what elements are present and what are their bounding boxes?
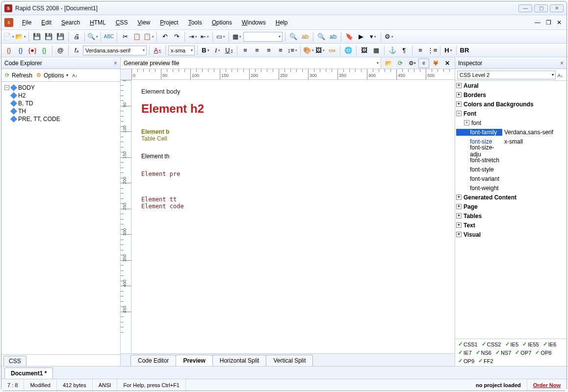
bookmark-next-button[interactable]: ▶ (356, 31, 366, 42)
document-tab[interactable]: Document1 * (4, 368, 53, 379)
br-button[interactable]: BR (459, 45, 470, 56)
inspector-close[interactable]: × (560, 60, 564, 67)
menu-view[interactable]: View (132, 17, 155, 28)
property-tree[interactable]: +Aural +Borders +Colors and Backgrounds … (455, 81, 567, 339)
prop-font-variant[interactable]: font-variant (455, 174, 567, 183)
cat-page[interactable]: +Page (455, 202, 567, 211)
firefox-button[interactable]: 🦊 (430, 58, 441, 68)
tree-item[interactable]: B, TD (3, 99, 118, 107)
cat-borders[interactable]: +Borders (455, 90, 567, 99)
special-char-button[interactable]: ¶ (399, 45, 410, 56)
brace-2-icon[interactable]: {} (15, 45, 26, 56)
menu-html[interactable]: HTML (85, 17, 111, 28)
open-folder-button[interactable]: 📂 (383, 58, 394, 68)
prop-font-size-adjust[interactable]: font-size-adju (455, 146, 567, 155)
font-family-combo[interactable]: Verdana,sans-serif (83, 46, 147, 55)
table-button[interactable]: ▦ (371, 45, 382, 56)
cat-generated-content[interactable]: +Generated Content (455, 193, 567, 202)
indent-button[interactable]: ⇥ (187, 31, 198, 42)
bold-button[interactable]: B (200, 45, 211, 56)
outdent-button[interactable]: ⇤ (199, 31, 210, 42)
element-tree[interactable]: −BODYH2B, TDTHPRE, TT, CODE (1, 82, 120, 354)
paste-button[interactable]: 📋 (143, 31, 154, 42)
menu-search[interactable]: Search (56, 17, 85, 28)
prop-font-family[interactable]: font-familyVerdana,sans-serif (455, 127, 567, 137)
save-all-button[interactable]: 💾 (43, 31, 54, 42)
prop-font-style[interactable]: font-style (455, 165, 567, 174)
underline-button[interactable]: U (224, 45, 234, 56)
mdi-restore[interactable]: ❐ (544, 19, 553, 26)
panels-combo[interactable] (243, 32, 283, 42)
view-tab-horizontal-split[interactable]: Horizontal Split (212, 355, 267, 366)
cat-aural[interactable]: +Aural (455, 81, 567, 90)
menu-tools[interactable]: Tools (183, 17, 207, 28)
prop-font-stretch[interactable]: font-stretch (455, 155, 567, 165)
ie-button[interactable]: e (418, 58, 429, 68)
menu-options[interactable]: Options (207, 17, 237, 28)
preview-file-combo[interactable]: Generate preview file (121, 57, 381, 69)
unordered-list-button[interactable]: ⋮≡ (427, 45, 438, 56)
refresh-button[interactable]: ⟳Refresh (3, 72, 32, 79)
align-right-button[interactable]: ≡ (263, 45, 274, 56)
save-button[interactable]: 💾 (31, 31, 42, 42)
save-as-button[interactable]: 💾 (55, 31, 66, 42)
mdi-close[interactable]: ✕ (555, 19, 564, 26)
close-preview-button[interactable]: ✕ (442, 58, 453, 68)
line-height-button[interactable]: ↕≡ (287, 45, 298, 56)
tree-item[interactable]: PRE, TT, CODE (3, 115, 118, 123)
find-files-button[interactable]: ab (328, 31, 338, 42)
menu-edit[interactable]: Edit (36, 17, 56, 28)
bookmark-menu-button[interactable]: ▾ (367, 31, 378, 42)
spellcheck-button[interactable]: ABC (103, 31, 114, 42)
anchor-button[interactable]: ⚓ (387, 45, 398, 56)
menu-project[interactable]: Project (155, 17, 183, 28)
new-file-button[interactable]: 📄 (3, 31, 14, 42)
code-explorer-close[interactable]: × (114, 60, 117, 67)
settings-button[interactable]: ⚙ (384, 31, 394, 42)
css-validate-button[interactable]: css (327, 45, 337, 56)
inspector-sort-button[interactable]: A↓ (556, 72, 565, 78)
cat-font[interactable]: −Font (455, 109, 567, 118)
print-button[interactable]: 🖨 (71, 31, 82, 42)
view-tab-vertical-split[interactable]: Vertical Split (266, 355, 313, 366)
ordered-list-button[interactable]: ≡ (415, 45, 426, 56)
maximize-button[interactable]: ▢ (534, 4, 548, 12)
css-tab[interactable]: CSS (3, 356, 26, 366)
image-button[interactable]: 🖼 (315, 45, 326, 56)
brace-3-icon[interactable]: {●} (27, 45, 38, 56)
brace-1-icon[interactable]: {} (3, 45, 14, 56)
cat-colors[interactable]: +Colors and Backgrounds (455, 99, 567, 109)
open-file-button[interactable]: 📂 (15, 31, 26, 42)
order-now-link[interactable]: Order Now (527, 382, 567, 388)
align-center-button[interactable]: ≡ (252, 45, 262, 56)
minimize-button[interactable]: — (518, 4, 532, 12)
image-insert-button[interactable]: 🖼 (359, 45, 370, 56)
copy-button[interactable]: 📋 (131, 31, 142, 42)
tree-item[interactable]: TH (3, 107, 118, 115)
view-tab-code-editor[interactable]: Code Editor (130, 355, 176, 366)
tree-item[interactable]: H2 (3, 92, 118, 99)
font-size-combo[interactable]: x-sma (168, 46, 195, 55)
heading-button[interactable]: H (443, 45, 454, 56)
preview-browser-button[interactable]: 🔍 (87, 31, 98, 42)
preview-settings-button[interactable]: ⚙▾ (407, 58, 417, 68)
cat-tables[interactable]: +Tables (455, 211, 567, 220)
view-tab-preview[interactable]: Preview (176, 355, 212, 366)
menu-help[interactable]: Help (271, 17, 293, 28)
align-left-button[interactable]: ≡ (240, 45, 251, 56)
menu-windows[interactable]: Windows (237, 17, 271, 28)
align-justify-button[interactable]: ≡ (275, 45, 286, 56)
at-icon[interactable]: @ (55, 45, 66, 56)
font-color-button[interactable]: A (152, 45, 163, 56)
find-prev-button[interactable]: ab (300, 31, 310, 42)
app-menu-icon[interactable]: s (4, 18, 13, 27)
bookmark-toggle-button[interactable]: 🔖 (344, 31, 355, 42)
menu-file[interactable]: File (17, 17, 36, 28)
close-button[interactable]: ✕ (550, 4, 564, 12)
italic-button[interactable]: I (212, 45, 223, 56)
brace-4-icon[interactable]: {} (39, 45, 50, 56)
link-button[interactable]: 🌐 (343, 45, 354, 56)
mdi-minimize[interactable]: — (533, 19, 542, 26)
split-button[interactable]: ▭ (215, 31, 226, 42)
cat-visual[interactable]: +Visual (455, 230, 567, 239)
